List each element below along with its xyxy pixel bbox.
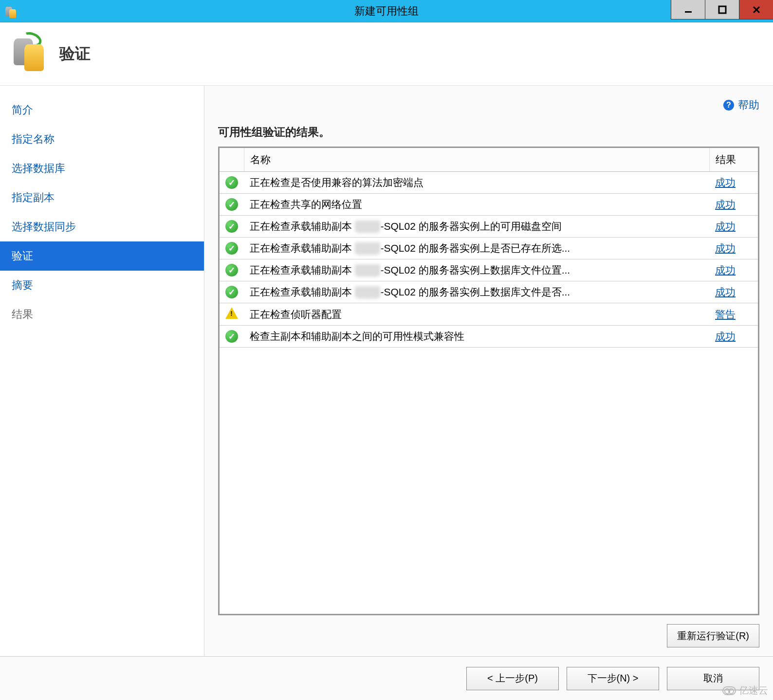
redacted-text: ███ (355, 264, 381, 276)
name-cell: 正在检查共享的网络位置 (244, 194, 709, 216)
cancel-button[interactable]: 取消 (667, 667, 759, 690)
status-cell: ✓ (220, 216, 244, 238)
status-cell: ✓ (220, 281, 244, 303)
sidebar-item-results: 结果 (0, 300, 204, 329)
next-button[interactable]: 下一步(N) > (567, 667, 659, 690)
name-text-suffix: -SQL02 的服务器实例上数据库文件位置... (380, 264, 570, 276)
status-cell: ✓ (220, 259, 244, 281)
table-row: ✓正在检查共享的网络位置成功 (220, 194, 758, 216)
result-cell: 成功 (709, 172, 758, 194)
col-name: 名称 (244, 148, 709, 172)
minimize-button[interactable] (671, 0, 705, 19)
svg-rect-0 (685, 11, 692, 13)
name-cell: 正在检查承载辅助副本 ███-SQL02 的服务器实例上是否已存在所选... (244, 238, 709, 259)
wizard-body: 简介 指定名称 选择数据库 指定副本 选择数据同步 验证 摘要 结果 ? 帮助 … (0, 86, 773, 656)
maximize-button[interactable] (705, 0, 739, 19)
name-text: 正在检查侦听器配置 (250, 309, 342, 320)
table-row: ✓正在检查承载辅助副本 ███-SQL02 的服务器实例上的可用磁盘空间成功 (220, 216, 758, 238)
wizard-sidebar: 简介 指定名称 选择数据库 指定副本 选择数据同步 验证 摘要 结果 (0, 86, 204, 656)
previous-button[interactable]: < 上一步(P) (466, 667, 559, 690)
sidebar-item-intro[interactable]: 简介 (0, 95, 204, 125)
validation-heading: 可用性组验证的结果。 (218, 125, 759, 140)
redacted-text: ███ (355, 221, 381, 232)
sidebar-item-validation[interactable]: 验证 (0, 241, 204, 271)
name-text: 正在检查承载辅助副本 (250, 264, 355, 276)
name-text-suffix: -SQL02 的服务器实例上是否已存在所选... (380, 242, 570, 254)
success-icon: ✓ (225, 264, 238, 276)
result-cell: 成功 (709, 281, 758, 303)
name-cell: 正在检查承载辅助副本 ███-SQL02 的服务器实例上数据库文件位置... (244, 259, 709, 281)
name-text: 正在检查承载辅助副本 (250, 242, 355, 254)
window-title: 新建可用性组 (354, 4, 419, 18)
success-icon: ✓ (225, 330, 238, 343)
sidebar-item-specify-name[interactable]: 指定名称 (0, 125, 204, 154)
success-icon: ✓ (225, 286, 238, 298)
success-icon: ✓ (225, 220, 238, 233)
name-text: 正在检查承载辅助副本 (250, 221, 355, 232)
help-row: ? 帮助 (218, 95, 759, 115)
name-text: 检查主副本和辅助副本之间的可用性模式兼容性 (250, 331, 464, 342)
wizard-main: ? 帮助 可用性组验证的结果。 名称 结果 ✓正在检查是否使用兼容的算法加密端点… (204, 86, 773, 656)
name-cell: 检查主副本和辅助副本之间的可用性模式兼容性 (244, 326, 709, 348)
name-text: 正在检查共享的网络位置 (250, 199, 362, 210)
table-header-row: 名称 结果 (220, 148, 758, 172)
wizard-footer: < 上一步(P) 下一步(N) > 取消 (0, 656, 773, 700)
result-cell: 成功 (709, 326, 758, 348)
name-cell: 正在检查承载辅助副本 ███-SQL02 的服务器实例上的可用磁盘空间 (244, 216, 709, 238)
result-cell: 成功 (709, 238, 758, 259)
table-row: ✓正在检查承载辅助副本 ███-SQL02 的服务器实例上数据库文件是否...成… (220, 281, 758, 303)
result-link[interactable]: 成功 (715, 331, 736, 342)
success-icon: ✓ (225, 242, 238, 255)
result-link[interactable]: 成功 (715, 264, 736, 276)
result-link[interactable]: 成功 (715, 177, 736, 188)
result-cell: 成功 (709, 259, 758, 281)
sidebar-item-select-databases[interactable]: 选择数据库 (0, 154, 204, 183)
name-text: 正在检查承载辅助副本 (250, 286, 355, 297)
result-link[interactable]: 成功 (715, 199, 736, 210)
name-text-suffix: -SQL02 的服务器实例上的可用磁盘空间 (380, 221, 561, 232)
redacted-text: ███ (355, 286, 381, 297)
table-row: ✓正在检查承载辅助副本 ███-SQL02 的服务器实例上数据库文件位置...成… (220, 259, 758, 281)
name-text-suffix: -SQL02 的服务器实例上数据库文件是否... (380, 286, 570, 297)
table-row: 正在检查侦听器配置警告 (220, 303, 758, 326)
name-cell: 正在检查承载辅助副本 ███-SQL02 的服务器实例上数据库文件是否... (244, 281, 709, 303)
sidebar-item-specify-replicas[interactable]: 指定副本 (0, 183, 204, 212)
rerun-validation-button[interactable]: 重新运行验证(R) (667, 624, 759, 647)
col-result: 结果 (709, 148, 758, 172)
name-cell: 正在检查侦听器配置 (244, 303, 709, 326)
success-icon: ✓ (225, 198, 238, 211)
validation-results-table: 名称 结果 ✓正在检查是否使用兼容的算法加密端点成功✓正在检查共享的网络位置成功… (218, 147, 759, 615)
status-cell (220, 303, 244, 326)
table-row: ✓正在检查是否使用兼容的算法加密端点成功 (220, 172, 758, 194)
success-icon: ✓ (225, 176, 238, 189)
close-button[interactable] (739, 0, 773, 19)
result-cell: 成功 (709, 216, 758, 238)
header-icon (12, 35, 46, 74)
name-text: 正在检查是否使用兼容的算法加密端点 (250, 177, 423, 188)
sidebar-item-select-data-sync[interactable]: 选择数据同步 (0, 212, 204, 241)
name-cell: 正在检查是否使用兼容的算法加密端点 (244, 172, 709, 194)
result-link[interactable]: 警告 (715, 309, 736, 320)
result-link[interactable]: 成功 (715, 242, 736, 254)
warning-icon (225, 307, 238, 319)
status-cell: ✓ (220, 238, 244, 259)
col-icon (220, 148, 244, 172)
titlebar: 新建可用性组 (0, 0, 773, 22)
help-icon[interactable]: ? (723, 100, 734, 111)
status-cell: ✓ (220, 326, 244, 348)
status-cell: ✓ (220, 172, 244, 194)
result-link[interactable]: 成功 (715, 286, 736, 297)
window-controls (671, 0, 773, 19)
app-icon (4, 4, 18, 18)
result-link[interactable]: 成功 (715, 221, 736, 232)
redacted-text: ███ (355, 242, 381, 254)
rerun-row: 重新运行验证(R) (218, 615, 759, 656)
result-cell: 警告 (709, 303, 758, 326)
status-cell: ✓ (220, 194, 244, 216)
wizard-header: 验证 (0, 22, 773, 86)
sidebar-item-summary[interactable]: 摘要 (0, 271, 204, 300)
svg-rect-1 (719, 6, 726, 13)
table-row: ✓正在检查承载辅助副本 ███-SQL02 的服务器实例上是否已存在所选...成… (220, 238, 758, 259)
help-link[interactable]: 帮助 (738, 98, 759, 112)
result-cell: 成功 (709, 194, 758, 216)
